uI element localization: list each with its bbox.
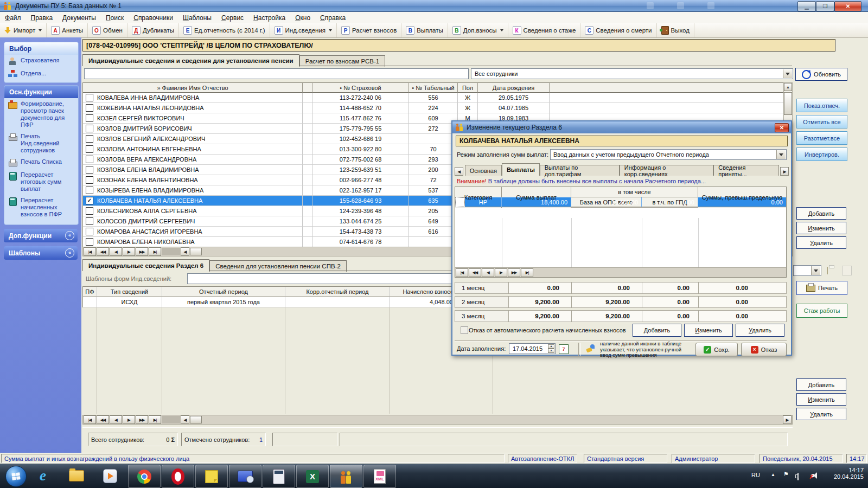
toolbar-unified-reporting[interactable]: ЕЕд.отчетность (с 2014 г.) xyxy=(179,23,270,37)
invert-selection-button[interactable]: Инвертиров. xyxy=(796,147,847,161)
start-button[interactable] xyxy=(5,466,27,487)
row-checkbox[interactable] xyxy=(86,166,93,174)
row-checkbox[interactable] xyxy=(86,156,93,163)
combo-arrow-icon[interactable] xyxy=(783,69,792,78)
dialog-close-button[interactable]: ✕ xyxy=(775,123,789,132)
sidebar-item-form-packets[interactable]: Формирование, просмотр пачек документов … xyxy=(4,98,78,131)
taskbar-notes-button[interactable] xyxy=(195,465,228,488)
refuse-auto-calc-checkbox[interactable] xyxy=(461,326,468,334)
chevron-down-icon[interactable]: « xyxy=(65,248,74,258)
nav-prev-button[interactable]: ◀ xyxy=(482,268,494,277)
taskbar-xml-button[interactable]: XML xyxy=(363,465,396,488)
nav-prev-page-button[interactable]: ◀◀ xyxy=(97,415,109,424)
chevron-down-icon[interactable]: « xyxy=(65,231,74,240)
menu-documents[interactable]: Документы xyxy=(58,13,101,23)
tab-scroll-left-icon[interactable]: ◀ xyxy=(455,167,463,176)
header-corr-period[interactable]: Корр.отчетный период xyxy=(285,287,390,297)
toolbar-extra-contributions[interactable]: ВДоп.взносы xyxy=(448,23,508,37)
work-experience-button[interactable]: Стаж работы xyxy=(796,304,847,318)
dialog-tab-extra-tariffs[interactable]: Выплаты по доп.тарифам xyxy=(540,165,620,176)
taskbar-calculator-button[interactable] xyxy=(263,465,295,488)
menu-references[interactable]: Справочники xyxy=(129,13,178,23)
hscroll-left-icon[interactable]: ◀ xyxy=(181,247,189,256)
print-settings-icon[interactable] xyxy=(827,267,828,274)
tab-individual-info[interactable]: Индивидуальные сведения и сведения для у… xyxy=(82,54,299,66)
print-button[interactable]: Печать xyxy=(796,281,847,295)
nav-first-button[interactable]: |◀ xyxy=(84,247,96,256)
dialog-delete-button[interactable]: Удалить xyxy=(736,324,784,337)
taskbar-remote-desktop-button[interactable] xyxy=(229,465,261,488)
header-sex[interactable]: Пол xyxy=(458,83,478,93)
calendar-icon[interactable]: 7 xyxy=(559,344,569,354)
menu-help[interactable]: Справка xyxy=(315,13,350,23)
row-checkbox[interactable] xyxy=(86,114,93,122)
row-checkbox[interactable] xyxy=(86,217,93,225)
mark-all-button[interactable]: Отметить все xyxy=(796,115,847,129)
nav-prev-button[interactable]: ◀ xyxy=(110,415,122,424)
clock[interactable]: 14:17 20.04.2015 xyxy=(825,467,864,480)
menu-search[interactable]: Поиск xyxy=(101,13,129,23)
nav-next-page-button[interactable]: ▶▶ xyxy=(136,415,148,424)
taskbar-media-player-icon[interactable] xyxy=(94,465,126,487)
dialog-edit-button[interactable]: Изменить xyxy=(684,324,733,337)
payment-row-selected[interactable]: НР 18,400.00 18,400.00 0.00 0.00 xyxy=(455,197,786,207)
toolbar-import[interactable]: Импорт xyxy=(0,23,47,37)
nav-first-button[interactable]: |◀ xyxy=(456,268,468,277)
sidebar-item-recalc-totals[interactable]: Перерасчет итоговых сумм выплат xyxy=(4,169,78,195)
row-checkbox[interactable] xyxy=(86,176,93,184)
toolbar-contribution-calc[interactable]: РРасчет взносов xyxy=(337,23,401,37)
fill-date-spinner[interactable]: 17.04.2015 ▲▼ xyxy=(509,343,556,354)
tray-expand-icon[interactable]: ▲ xyxy=(771,472,775,477)
add-employee-button[interactable]: Добавить xyxy=(796,207,846,220)
toolbar-duplicates[interactable]: ДДубликаты xyxy=(127,23,179,37)
refresh-button[interactable]: Обновить xyxy=(795,68,847,81)
row-checkbox[interactable] xyxy=(86,135,93,143)
nav-last-button[interactable]: ▶| xyxy=(149,247,161,256)
taskbar-explorer-icon[interactable] xyxy=(61,465,92,487)
header-report-period[interactable]: Отчетный период xyxy=(162,287,285,297)
row-checkbox[interactable] xyxy=(86,187,93,194)
restore-button[interactable]: ❐ xyxy=(816,1,834,11)
row-checkbox[interactable] xyxy=(86,145,93,153)
toolbar-individual-info[interactable]: ИИнд.сведения xyxy=(270,23,337,37)
row-checkbox[interactable] xyxy=(86,125,93,132)
spinner-arrows[interactable]: ▲▼ xyxy=(548,344,554,353)
minimize-button[interactable]: ▁ xyxy=(797,1,816,11)
cancel-button[interactable]: ×Отказ xyxy=(741,343,787,356)
dialog-add-button[interactable]: Добавить xyxy=(633,324,681,337)
taskbar-ie-icon[interactable]: e xyxy=(27,465,59,487)
edit-employee-button[interactable]: Изменить xyxy=(796,222,846,234)
hscroll-right-icon[interactable]: ▶ xyxy=(783,415,792,424)
header-tab-number[interactable]: • № Табельный xyxy=(409,83,458,93)
close-button[interactable]: ✕ xyxy=(834,1,861,11)
nav-prev-button[interactable]: ◀ xyxy=(110,247,122,256)
dialog-tab-accepted[interactable]: Сведения приняты... xyxy=(713,165,779,176)
nav-last-button[interactable]: ▶| xyxy=(521,268,533,277)
nav-next-button[interactable]: ▶ xyxy=(495,268,507,277)
header-snils[interactable]: • № Страховой xyxy=(312,83,409,93)
hscroll-thumb[interactable] xyxy=(190,248,202,255)
menu-edit[interactable]: Правка xyxy=(26,13,58,23)
row-checkbox[interactable]: ✓ xyxy=(86,197,93,204)
header-pf[interactable]: ПФ xyxy=(83,287,97,297)
menu-file[interactable]: Файл xyxy=(0,13,26,23)
add-section6-button[interactable]: Добавить xyxy=(796,378,846,391)
show-marked-button[interactable]: Показ.отмеч. xyxy=(796,99,847,112)
employee-row[interactable]: КОВАЛЕВА ИННА ВЛАДИМИРОВНА113-272-240 06… xyxy=(83,93,784,103)
tab-rsv1[interactable]: Расчет по взносам РСВ-1 xyxy=(299,55,386,67)
sidebar-item-print-list[interactable]: Печать Списка xyxy=(4,156,78,169)
action-center-flag-icon[interactable]: ⚑ xyxy=(783,471,789,478)
network-icon[interactable] xyxy=(797,473,799,480)
menu-window[interactable]: Окно xyxy=(290,13,315,23)
tab-scroll-right-icon[interactable]: ▶ xyxy=(780,167,789,176)
tab-section6[interactable]: Индивидуальные сведения Раздел 6 xyxy=(82,259,209,271)
delete-section6-button[interactable]: Удалить xyxy=(796,408,846,420)
row-checkbox[interactable] xyxy=(86,207,93,215)
print-template-combo[interactable] xyxy=(793,265,821,276)
save-report-icon[interactable] xyxy=(842,266,852,275)
taskbar-excel-button[interactable]: X xyxy=(296,465,329,488)
taskbar-chrome-button[interactable] xyxy=(128,465,161,488)
nav-next-button[interactable]: ▶ xyxy=(123,415,135,424)
dialog-tab-payments[interactable]: Выплаты xyxy=(502,163,540,176)
menu-templates[interactable]: Шаблоны xyxy=(178,13,216,23)
